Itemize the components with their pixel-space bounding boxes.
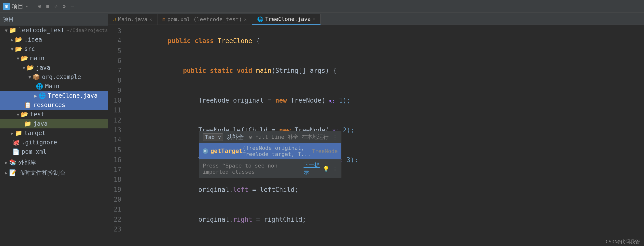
sidebar-item-java[interactable]: 📂 java (0, 63, 108, 72)
sidebar-item-temp-files[interactable]: 📝 临时文件和控制台 (0, 168, 108, 178)
src-icon: 📂 (15, 46, 22, 52)
footer-hint-text: Press ^Space to see non-imported classes (203, 163, 301, 175)
code-line-10 (125, 234, 644, 244)
sidebar-item-main[interactable]: 📂 main (0, 54, 108, 63)
sidebar-item-pom-xml[interactable]: 📄 pom.xml (0, 147, 108, 157)
sidebar-item-target[interactable]: 📁 target (0, 129, 108, 138)
root-path: ~/IdeaProjects/mypro/leetcode_test (66, 27, 108, 33)
test-icon: 📂 (21, 111, 28, 118)
tab-treeclone-icon: 🌐 (257, 16, 263, 22)
more-options-icon[interactable]: ⋮ (332, 134, 338, 140)
sidebar-item-idea[interactable]: 📂 .idea (0, 35, 108, 44)
suggestion-params: (TreeNode original, TreeNode target, T..… (242, 145, 312, 157)
autocomplete-suggestion[interactable]: m getTarget (TreeNode original, TreeNode… (199, 143, 341, 159)
sidebar: 项目 📁 leetcode_test ~/IdeaProjects/mypro/… (0, 13, 108, 246)
title-bar-left: ▣ 项目 ▾ (3, 3, 28, 10)
resources-label: resources (34, 102, 65, 108)
sidebar-item-root[interactable]: 📁 leetcode_test ~/IdeaProjects/mypro/lee… (0, 26, 108, 35)
suggestion-return-type: TreeNode (312, 148, 338, 154)
status-text: CSDN@代码我管 (606, 239, 640, 244)
sidebar-item-src[interactable]: 📂 src (0, 44, 108, 54)
main-arrow (17, 56, 20, 61)
tab-main-java-icon: J (113, 17, 116, 22)
treeclone-arrow (34, 93, 37, 98)
sidebar-header: 项目 (0, 13, 108, 26)
autocomplete-popup: Tab ∨ 以补全 ⊙ Full Line 补全 在本地运行 ⋮ m getTa… (199, 131, 342, 178)
footer-icons: 💡 ⋮ (323, 166, 338, 172)
code-line-5: TreeNode original = new TreeNode( x: 1); (125, 86, 644, 115)
tab-pom-close[interactable]: ✕ (244, 17, 247, 22)
autocomplete-header: Tab ∨ 以补全 ⊙ Full Line 补全 在本地运行 ⋮ (199, 131, 341, 143)
suggestion-method-icon: m (203, 148, 208, 154)
project-icon: ▣ (3, 3, 10, 10)
main-java-icon: 🌐 (36, 83, 43, 90)
tab-treeclone-close[interactable]: ✕ (313, 17, 315, 22)
sidebar-title: 项目 (3, 16, 14, 23)
tab-treeclone-label: TreeClone.java (265, 16, 311, 22)
fullline-btn[interactable]: Full Line 补全 在本地运行 (255, 133, 329, 141)
idea-icon: 📂 (15, 36, 22, 43)
line-numbers: 3 4 5 6 7 8 9 10 11 12 13 14 15 16 17 18… (108, 25, 125, 246)
code-line-4: public static void main(String[] args) { (125, 56, 644, 86)
sidebar-item-treeclone[interactable]: 🌐 TreeClone.java (0, 91, 108, 100)
compare-icon[interactable]: ⇌ (54, 3, 58, 9)
footer-bulb-icon[interactable]: 💡 (323, 166, 329, 172)
tabs-bar: J Main.java ✕ m pom.xml (leetcode_test) … (108, 13, 644, 25)
java-label: java (36, 64, 50, 71)
main-icon: 📂 (21, 55, 28, 62)
sidebar-item-test[interactable]: 📂 test (0, 110, 108, 119)
title-bar: ▣ 项目 ▾ ⊕ ≡ ⇌ ⚙ — (0, 0, 644, 13)
sidebar-item-org-example[interactable]: 📦 org.example (0, 72, 108, 82)
sidebar-item-test-java[interactable]: 📁 java (0, 119, 108, 129)
suggestion-method-name: getTarget (210, 148, 242, 155)
tab-treeclone-java[interactable]: 🌐 TreeClone.java ✕ (252, 14, 320, 25)
target-arrow (11, 131, 14, 136)
footer-more-icon[interactable]: ⋮ (332, 166, 338, 172)
test-java-icon: 📁 (24, 120, 32, 127)
main-java-label: Main (45, 83, 60, 90)
sidebar-item-main-java[interactable]: 🌐 Main (0, 82, 108, 91)
resources-icon: 📋 (24, 102, 32, 108)
tab-pom-label: pom.xml (leetcode_test) (167, 16, 242, 22)
title-bar-icons: ⊕ ≡ ⇌ ⚙ — (38, 3, 74, 9)
tab-completion-button[interactable]: Tab ∨ (203, 133, 223, 141)
minimize-icon[interactable]: — (71, 3, 74, 9)
sidebar-item-gitignore[interactable]: 🐙 .gitignore (0, 138, 108, 147)
gitignore-icon: 🐙 (12, 139, 20, 146)
idea-arrow (11, 37, 14, 42)
temp-arrow (5, 170, 8, 175)
tab-main-java[interactable]: J Main.java ✕ (108, 14, 157, 25)
tab-pom-icon: m (162, 17, 165, 22)
tab-main-java-label: Main.java (118, 16, 147, 22)
org-arrow (28, 75, 31, 80)
java-icon: 📂 (27, 64, 34, 71)
sidebar-item-ext-libs[interactable]: 📚 外部库 (0, 157, 108, 168)
navigate-icon[interactable]: ⊕ (38, 3, 41, 9)
editor-area[interactable]: J Main.java ✕ m pom.xml (leetcode_test) … (108, 13, 644, 246)
main-label: main (30, 55, 44, 62)
tab-dot-separator: ⊙ (249, 134, 252, 140)
org-label: org.example (42, 74, 81, 80)
ext-libs-arrow (5, 160, 8, 165)
footer-next-hint[interactable]: 下一提示 (304, 161, 320, 176)
root-folder-icon: 📁 (9, 27, 16, 34)
treeclone-label: TreeClone.java (48, 92, 98, 99)
temp-icon: 📝 (9, 169, 16, 176)
completion-label: 以补全 (226, 133, 244, 141)
sidebar-item-resources[interactable]: 📋 resources (0, 100, 108, 110)
settings-icon[interactable]: ⚙ (63, 3, 66, 9)
idea-label: .idea (24, 36, 42, 43)
project-dropdown-icon[interactable]: ▾ (26, 4, 28, 9)
ext-libs-label: 外部库 (18, 158, 36, 166)
treeclone-icon: 🌐 (38, 92, 46, 99)
main-layout: 项目 📁 leetcode_test ~/IdeaProjects/mypro/… (0, 13, 644, 246)
code-line-11: TreeNode cloned = new TreeNode( x: 1); (125, 244, 644, 246)
root-label: leetcode_test (18, 27, 64, 34)
structure-icon[interactable]: ≡ (46, 3, 49, 9)
target-icon: 📁 (15, 130, 22, 137)
src-arrow (11, 47, 14, 52)
test-java-label: java (34, 120, 48, 127)
tab-main-java-close[interactable]: ✕ (149, 17, 152, 22)
src-label: src (24, 46, 35, 52)
tab-pom-xml[interactable]: m pom.xml (leetcode_test) ✕ (157, 14, 252, 25)
